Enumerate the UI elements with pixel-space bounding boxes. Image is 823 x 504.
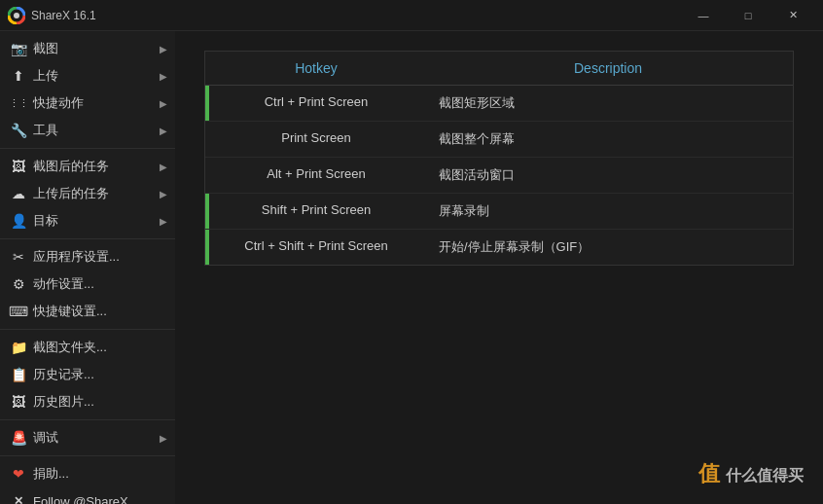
after-capture-icon: 🖼 (10, 158, 27, 175)
hotkey-value: Ctrl + Print Screen (209, 86, 423, 121)
sidebar-item-capture-folder[interactable]: 📁 截图文件夹... (0, 334, 175, 361)
separator-2 (0, 238, 175, 239)
upload-icon: ⬆ (10, 67, 27, 85)
table-row[interactable]: Ctrl + Print Screen 截图矩形区域 (205, 86, 793, 122)
sidebar-label-action-settings: 动作设置... (33, 275, 167, 293)
watermark-text: 什么值得买 (726, 467, 804, 484)
hotkey-value: Ctrl + Shift + Print Screen (209, 230, 423, 265)
image-history-icon: 🖼 (10, 393, 27, 411)
maximize-button[interactable]: □ (726, 0, 770, 31)
sidebar-label-donate: 捐助... (33, 465, 167, 483)
separator-4 (0, 419, 175, 420)
folder-icon: 📁 (10, 339, 27, 356)
tools-icon: 🔧 (10, 122, 27, 139)
sidebar-label-hotkey-settings: 快捷键设置... (33, 303, 167, 320)
arrow-icon: ▶ (160, 44, 167, 54)
sidebar-label-capture: 截图 (33, 40, 156, 57)
app-icon (8, 7, 25, 24)
separator-1 (0, 148, 175, 149)
arrow-icon: ▶ (160, 216, 167, 227)
description-value: 截图活动窗口 (423, 158, 793, 193)
twitter-icon: ✕ (10, 492, 27, 504)
hotkey-settings-icon: ⌨ (10, 303, 27, 320)
sidebar-item-donate[interactable]: ❤ 捐助... (0, 460, 175, 487)
sidebar-item-after-upload[interactable]: ☁ 上传后的任务 ▶ (0, 180, 175, 207)
watermark: 值 什么值得买 (698, 459, 804, 488)
sidebar-label-target: 目标 (33, 212, 156, 230)
sidebar-label-history: 历史记录... (33, 366, 167, 383)
sidebar-item-quick-actions[interactable]: ⋮⋮ 快捷动作 ▶ (0, 90, 175, 117)
sidebar-item-after-capture[interactable]: 🖼 截图后的任务 ▶ (0, 153, 175, 180)
sidebar-item-capture[interactable]: 📷 截图 ▶ (0, 35, 175, 62)
hotkey-table-container: Hotkey Description Ctrl + Print Screen 截… (204, 51, 794, 266)
minimize-button[interactable]: — (681, 0, 726, 31)
sidebar-item-upload[interactable]: ⬆ 上传 ▶ (0, 62, 175, 90)
sidebar-item-app-settings[interactable]: ✂ 应用程序设置... (0, 243, 175, 270)
sidebar-item-action-settings[interactable]: ⚙ 动作设置... (0, 270, 175, 298)
sidebar-label-capture-folder: 截图文件夹... (33, 339, 167, 356)
window-controls: — □ ✕ (681, 0, 815, 31)
svg-point-1 (14, 13, 19, 18)
content-area: Hotkey Description Ctrl + Print Screen 截… (175, 31, 823, 504)
separator-3 (0, 329, 175, 330)
table-row[interactable]: Alt + Print Screen 截图活动窗口 (205, 158, 793, 194)
separator-5 (0, 455, 175, 456)
sidebar-label-image-history: 历史图片... (33, 393, 167, 411)
description-value: 截图整个屏幕 (423, 122, 793, 157)
arrow-icon: ▶ (160, 189, 167, 199)
title-bar: ShareX 16.1 — □ ✕ (0, 0, 823, 31)
description-value: 截图矩形区域 (423, 86, 793, 121)
sidebar-item-history[interactable]: 📋 历史记录... (0, 361, 175, 388)
after-upload-icon: ☁ (10, 185, 27, 202)
app-title: ShareX 16.1 (31, 9, 681, 22)
watermark-icon: 值 (698, 461, 720, 486)
sidebar-label-after-capture: 截图后的任务 (33, 158, 156, 175)
close-button[interactable]: ✕ (770, 0, 815, 31)
debug-icon: 🚨 (10, 429, 27, 447)
arrow-icon: ▶ (160, 162, 167, 172)
description-header: Description (423, 52, 793, 85)
table-row[interactable]: Ctrl + Shift + Print Screen 开始/停止屏幕录制（GI… (205, 230, 793, 265)
sidebar-label-after-upload: 上传后的任务 (33, 185, 156, 202)
history-icon: 📋 (10, 366, 27, 383)
app-settings-icon: ✂ (10, 248, 27, 266)
hotkey-value: Alt + Print Screen (209, 158, 423, 193)
sidebar: 📷 截图 ▶ ⬆ 上传 ▶ ⋮⋮ 快捷动作 ▶ 🔧 工具 ▶ 🖼 截图后的任务 … (0, 31, 175, 504)
table-row[interactable]: Print Screen 截图整个屏幕 (205, 122, 793, 158)
target-icon: 👤 (10, 212, 27, 230)
main-container: 📷 截图 ▶ ⬆ 上传 ▶ ⋮⋮ 快捷动作 ▶ 🔧 工具 ▶ 🖼 截图后的任务 … (0, 31, 823, 504)
sidebar-label-app-settings: 应用程序设置... (33, 248, 167, 266)
arrow-icon: ▶ (160, 98, 167, 109)
sidebar-label-upload: 上传 (33, 67, 156, 85)
sidebar-item-hotkey-settings[interactable]: ⌨ 快捷键设置... (0, 298, 175, 325)
sidebar-label-debug: 调试 (33, 429, 156, 447)
camera-icon: 📷 (10, 40, 27, 57)
table-row[interactable]: Shift + Print Screen 屏幕录制 (205, 194, 793, 230)
hotkey-header: Hotkey (209, 52, 423, 85)
table-header: Hotkey Description (205, 52, 793, 86)
sidebar-item-target[interactable]: 👤 目标 ▶ (0, 207, 175, 234)
sidebar-item-image-history[interactable]: 🖼 历史图片... (0, 388, 175, 415)
sidebar-item-follow[interactable]: ✕ Follow @ShareX... (0, 487, 175, 504)
sidebar-label-follow: Follow @ShareX... (33, 494, 167, 505)
hotkey-value: Shift + Print Screen (209, 194, 423, 229)
description-value: 屏幕录制 (423, 194, 793, 229)
arrow-icon: ▶ (160, 433, 167, 444)
grid-icon: ⋮⋮ (10, 94, 27, 112)
arrow-icon: ▶ (160, 126, 167, 136)
donate-icon: ❤ (10, 465, 27, 483)
action-settings-icon: ⚙ (10, 275, 27, 293)
sidebar-item-tools[interactable]: 🔧 工具 ▶ (0, 117, 175, 144)
hotkey-value: Print Screen (209, 122, 423, 157)
sidebar-item-debug[interactable]: 🚨 调试 ▶ (0, 424, 175, 451)
arrow-icon: ▶ (160, 71, 167, 82)
description-value: 开始/停止屏幕录制（GIF） (423, 230, 793, 265)
sidebar-label-quick-actions: 快捷动作 (33, 94, 156, 112)
sidebar-label-tools: 工具 (33, 122, 156, 139)
